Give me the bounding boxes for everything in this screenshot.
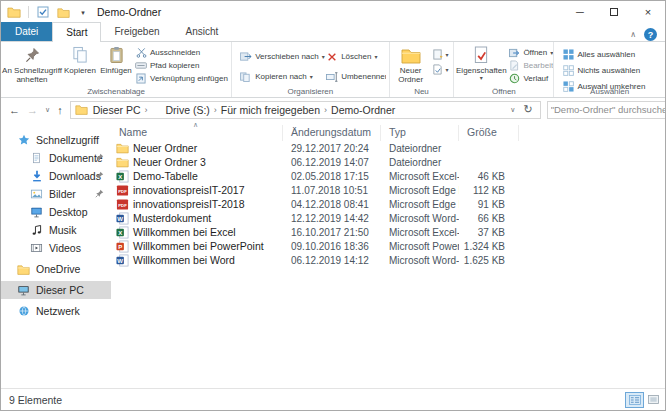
copy-to-button[interactable]: Kopieren nach▾ bbox=[240, 71, 326, 82]
select-all-button[interactable]: Alles auswählen bbox=[562, 49, 665, 60]
breadcrumb-separator-icon[interactable]: › bbox=[143, 105, 148, 115]
forward-button[interactable]: → bbox=[27, 104, 38, 116]
rename-button[interactable]: Umbenennen bbox=[326, 71, 386, 82]
sidebar-item-desktop[interactable]: Desktop bbox=[1, 203, 111, 221]
back-button[interactable]: ← bbox=[9, 104, 20, 116]
tab-freigeben[interactable]: Freigeben bbox=[101, 22, 172, 41]
file-row[interactable]: Neuer Ordner 306.12.2019 14:07Dateiordne… bbox=[111, 155, 665, 169]
sidebar-item-onedrive[interactable]: OneDrive bbox=[1, 260, 111, 278]
downloads-icon bbox=[30, 170, 43, 183]
file-name: Willkommen bei Word bbox=[133, 254, 235, 266]
sidebar-item-label: Videos bbox=[49, 242, 81, 254]
file-name: Musterdokument bbox=[133, 212, 211, 224]
qat-new-folder-button[interactable] bbox=[55, 4, 71, 20]
file-row[interactable]: Neuer Ordner29.12.2017 20:24Dateiordner bbox=[111, 141, 665, 155]
file-type: Dateiordner bbox=[381, 143, 459, 154]
copy-button[interactable]: Kopieren bbox=[63, 44, 97, 86]
qat-customize-dropdown[interactable]: ▾ bbox=[75, 4, 91, 20]
close-button[interactable]: × bbox=[631, 1, 665, 23]
paste-shortcut-button[interactable]: Verknüpfung einfügen bbox=[135, 73, 231, 84]
sidebar-item-label: Downloads bbox=[49, 170, 101, 182]
scissors-icon bbox=[135, 47, 147, 59]
history-button[interactable]: Verlauf bbox=[508, 73, 553, 84]
file-date: 11.07.2018 10:51 bbox=[283, 185, 381, 196]
sidebar-item-downloads[interactable]: Downloads bbox=[1, 167, 111, 185]
edit-button[interactable]: Bearbeiten bbox=[508, 60, 553, 71]
quick-access-icon bbox=[17, 134, 30, 147]
column-header-größe[interactable]: Größe bbox=[459, 125, 519, 141]
breadcrumb-item[interactable]: Drive (S:) bbox=[162, 104, 212, 116]
breadcrumb-item[interactable]: Für mich freigegeben bbox=[218, 104, 323, 116]
refresh-icon[interactable]: ↻ bbox=[520, 103, 535, 116]
properties-button[interactable]: Eigenschaften ▾ bbox=[454, 44, 508, 86]
new-folder-icon bbox=[401, 45, 421, 65]
svg-text:P: P bbox=[118, 243, 122, 249]
move-to-button[interactable]: Verschieben nach▾ bbox=[240, 51, 326, 62]
easy-access-button[interactable]: ▾ bbox=[432, 63, 454, 76]
documents-icon bbox=[30, 152, 43, 165]
ribbon-collapse-icon[interactable]: ∧ bbox=[630, 30, 636, 39]
file-row[interactable]: WMusterdokument12.12.2019 14:42Microsoft… bbox=[111, 211, 665, 225]
svg-text:W: W bbox=[117, 215, 123, 221]
file-row[interactable]: PWillkommen bei PowerPoint09.10.2016 18:… bbox=[111, 239, 665, 253]
new-folder-button[interactable]: Neuer Ordner bbox=[390, 44, 432, 86]
sort-ascending-icon[interactable]: ∧ bbox=[193, 121, 198, 129]
sidebar-item-netzwerk[interactable]: Netzwerk bbox=[1, 302, 111, 320]
tab-ansicht[interactable]: Ansicht bbox=[173, 22, 232, 41]
file-row[interactable]: PDFinnovationspreisIT-201804.12.2018 08:… bbox=[111, 197, 665, 211]
svg-text:W: W bbox=[117, 257, 123, 263]
file-type: Microsoft Excel-A... bbox=[381, 171, 459, 182]
easy-access-icon bbox=[432, 64, 444, 76]
breadcrumb-item[interactable]: Dieser PC bbox=[90, 104, 144, 116]
delete-button[interactable]: Löschen▾ bbox=[326, 51, 386, 62]
folder-icon bbox=[116, 142, 129, 155]
cut-button[interactable]: Ausschneiden bbox=[135, 47, 231, 58]
search-input[interactable] bbox=[551, 104, 666, 115]
ribbon-group-select: Alles auswählen Nichts auswählen Auswahl… bbox=[554, 42, 665, 97]
main-area: SchnellzugriffDokumenteDownloadsBilderDe… bbox=[1, 121, 665, 390]
sidebar-item-dokumente[interactable]: Dokumente bbox=[1, 149, 111, 167]
pictures-icon bbox=[30, 188, 43, 201]
paste-button[interactable]: Einfügen bbox=[97, 44, 135, 86]
sidebar-item-dieser-pc[interactable]: Dieser PC bbox=[1, 281, 111, 299]
sidebar-item-label: Desktop bbox=[49, 206, 88, 218]
address-bar[interactable]: Dieser PC›Drive (S:)›Für mich freigegebe… bbox=[70, 101, 541, 119]
sidebar-item-schnellzugriff[interactable]: Schnellzugriff bbox=[1, 131, 111, 149]
excel-file-icon: X bbox=[116, 226, 129, 239]
properties-dropdown-arrow: ▾ bbox=[480, 75, 483, 81]
open-button[interactable]: Öffnen▾ bbox=[508, 47, 553, 58]
file-size: 1.324 KB bbox=[459, 241, 519, 252]
file-size: 66 KB bbox=[459, 213, 519, 224]
new-item-button[interactable]: ▾ bbox=[432, 48, 454, 61]
select-all-icon bbox=[562, 49, 574, 61]
tab-datei[interactable]: Datei bbox=[1, 22, 52, 41]
minimize-button[interactable]: ─ bbox=[563, 1, 597, 23]
recent-locations-dropdown[interactable]: ∨ bbox=[45, 106, 50, 114]
column-header-änderungsdatum[interactable]: Änderungsdatum bbox=[283, 125, 381, 141]
file-row[interactable]: XWillkommen bei Excel16.10.2017 21:50Mic… bbox=[111, 225, 665, 239]
pdf-file-icon: PDF bbox=[116, 184, 129, 197]
word-file-icon: W bbox=[116, 254, 129, 267]
sidebar-item-videos[interactable]: Videos bbox=[1, 239, 111, 257]
pin-to-quick-access-button[interactable]: An Schnellzugriff anheften bbox=[1, 44, 63, 86]
copy-path-button[interactable]: Pfad kopieren bbox=[135, 60, 231, 71]
help-icon[interactable]: ? bbox=[644, 28, 657, 41]
select-none-button[interactable]: Nichts auswählen bbox=[562, 65, 665, 76]
file-row[interactable]: XDemo-Tabelle02.05.2018 17:15Microsoft E… bbox=[111, 169, 665, 183]
sidebar-item-musik[interactable]: Musik bbox=[1, 221, 111, 239]
large-icons-view-button[interactable] bbox=[644, 392, 663, 408]
powerpoint-file-icon: P bbox=[116, 240, 129, 253]
qat-properties-button[interactable] bbox=[35, 4, 51, 20]
breadcrumb-item[interactable]: Demo-Ordner bbox=[328, 104, 398, 116]
maximize-button[interactable] bbox=[597, 1, 631, 23]
file-date: 04.12.2018 08:41 bbox=[283, 199, 381, 210]
details-view-button[interactable] bbox=[625, 392, 644, 408]
file-row[interactable]: WWillkommen bei Word06.12.2019 14:12Micr… bbox=[111, 253, 665, 267]
ribbon: An Schnellzugriff anheften Kopieren Einf… bbox=[1, 42, 665, 98]
tab-start[interactable]: Start bbox=[52, 22, 101, 42]
address-dropdown-icon[interactable]: ∨ bbox=[505, 106, 520, 114]
sidebar-item-bilder[interactable]: Bilder bbox=[1, 185, 111, 203]
column-header-typ[interactable]: Typ bbox=[381, 125, 459, 141]
file-row[interactable]: PDFinnovationspreisIT-201711.07.2018 10:… bbox=[111, 183, 665, 197]
up-button[interactable]: ↑ bbox=[57, 104, 63, 116]
